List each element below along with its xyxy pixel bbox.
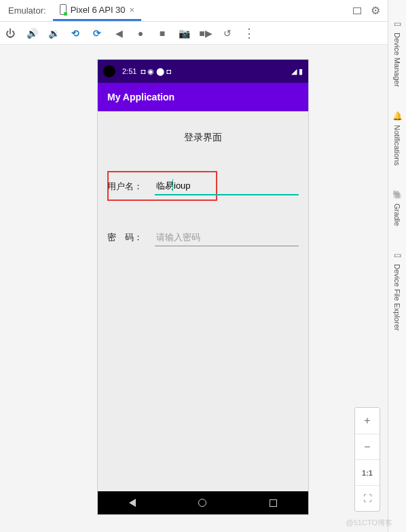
emulator-label: Emulator: xyxy=(5,5,53,16)
zoom-in-button[interactable]: + xyxy=(355,408,380,434)
device-tab[interactable]: Pixel 6 API 30 × xyxy=(53,0,142,21)
nav-home-icon[interactable] xyxy=(198,499,206,507)
window-icon[interactable] xyxy=(353,7,361,14)
volume-down-icon[interactable]: 🔉 xyxy=(48,27,60,39)
emulator-stage: 2:51 ◘ ◉ ⬤ ◘ ◢ ▮ My Application 登录界面 用户名… xyxy=(0,45,406,532)
app-screen: 登录界面 用户名： 密 码： xyxy=(98,111,308,491)
record-icon[interactable]: ● xyxy=(134,27,147,39)
phone-icon xyxy=(60,4,67,15)
bell-icon: 🔔 xyxy=(392,111,403,121)
zoom-fit-button[interactable]: ⛶ xyxy=(355,485,380,511)
tool-rail: ▭ Device Manager 🔔 Notifications 🐘 Gradl… xyxy=(388,0,406,532)
device-tab-label: Pixel 6 API 30 xyxy=(71,5,126,15)
rotate-right-icon[interactable]: ⟳ xyxy=(91,27,103,39)
status-signal: ◢ ▮ xyxy=(291,67,303,76)
device-manager-icon: ▭ xyxy=(394,19,401,28)
camera-hole-icon xyxy=(103,65,115,77)
stop-icon[interactable]: ■ xyxy=(156,27,168,39)
password-row: 密 码： xyxy=(107,229,299,246)
gradle-icon: 🐘 xyxy=(392,190,403,200)
username-label: 用户名： xyxy=(107,180,148,195)
page-title: 登录界面 xyxy=(107,132,299,144)
android-navbar xyxy=(98,491,308,514)
app-title: My Application xyxy=(107,92,174,102)
rail-device-manager[interactable]: ▭ Device Manager xyxy=(393,19,401,87)
zoom-actual-button[interactable]: 1:1 xyxy=(355,459,380,485)
close-icon[interactable]: × xyxy=(130,5,135,15)
nav-recents-icon[interactable] xyxy=(270,499,277,507)
video-icon[interactable]: ■▶ xyxy=(200,27,212,39)
more-icon[interactable]: ⋮ xyxy=(243,27,255,39)
volume-up-icon[interactable]: 🔊 xyxy=(26,27,38,39)
password-input[interactable] xyxy=(155,229,299,246)
gear-icon[interactable]: ⚙ xyxy=(371,4,380,17)
zoom-panel: + − 1:1 ⛶ xyxy=(354,407,380,512)
device-frame: 2:51 ◘ ◉ ⬤ ◘ ◢ ▮ My Application 登录界面 用户名… xyxy=(98,60,308,514)
rail-device-file-explorer[interactable]: ▭ Device File Explorer xyxy=(393,250,401,330)
rail-notifications[interactable]: 🔔 Notifications xyxy=(392,111,403,166)
file-explorer-icon: ▭ xyxy=(394,250,401,260)
watermark: @51CTO博客 xyxy=(346,518,392,528)
tab-bar: Emulator: Pixel 6 API 30 × ⚙ — xyxy=(0,0,406,22)
text-cursor xyxy=(172,179,173,191)
username-input[interactable] xyxy=(155,178,299,195)
status-bar: 2:51 ◘ ◉ ⬤ ◘ ◢ ▮ xyxy=(98,60,308,83)
password-label: 密 码： xyxy=(107,231,148,246)
app-bar: My Application xyxy=(98,83,308,111)
zoom-out-button[interactable]: − xyxy=(355,434,380,459)
status-indicators: ◘ ◉ ⬤ ◘ xyxy=(141,67,170,76)
camera-icon[interactable]: 📷 xyxy=(178,27,190,39)
username-row: 用户名： xyxy=(107,178,299,195)
nav-back-icon[interactable] xyxy=(129,499,136,507)
history-icon[interactable]: ↺ xyxy=(221,27,234,39)
rotate-left-icon[interactable]: ⟲ xyxy=(69,27,81,39)
rail-gradle[interactable]: 🐘 Gradle xyxy=(392,190,403,226)
status-time: 2:51 xyxy=(122,67,136,75)
power-icon[interactable]: ⏻ xyxy=(4,27,16,39)
back-icon[interactable]: ◀ xyxy=(113,27,125,39)
emulator-toolbar: ⏻ 🔊 🔉 ⟲ ⟳ ◀ ● ■ 📷 ■▶ ↺ ⋮ xyxy=(0,22,406,45)
